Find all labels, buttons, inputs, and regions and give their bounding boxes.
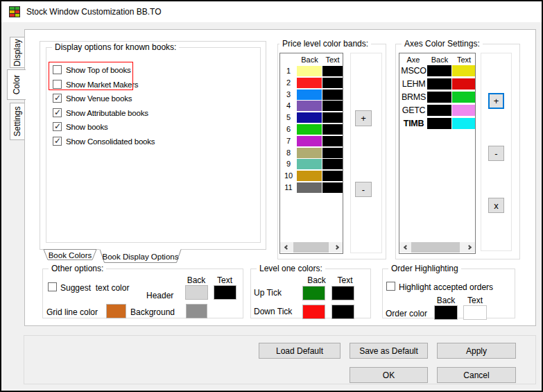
- checkbox[interactable]: [53, 94, 62, 103]
- price-band-row[interactable]: 4: [280, 101, 343, 112]
- load-default-button[interactable]: Load Default: [259, 343, 341, 359]
- price-band-row[interactable]: 11: [280, 182, 343, 194]
- back-color-swatch[interactable]: [427, 65, 451, 76]
- header-label: Header: [146, 291, 173, 300]
- text-color-swatch[interactable]: [322, 66, 343, 76]
- tab-color[interactable]: Color: [7, 69, 26, 100]
- delete-axe-button[interactable]: x: [488, 198, 504, 213]
- text-color-swatch[interactable]: [322, 136, 343, 146]
- back-color-swatch[interactable]: [297, 112, 322, 123]
- text-color-swatch[interactable]: [452, 78, 475, 90]
- ok-button[interactable]: OK: [350, 367, 428, 383]
- scrollbar-track[interactable]: [410, 242, 465, 253]
- text-color-swatch[interactable]: [452, 105, 475, 116]
- cancel-button[interactable]: Cancel: [437, 367, 516, 383]
- header-back-swatch[interactable]: [185, 285, 208, 300]
- back-color-swatch[interactable]: [302, 305, 325, 319]
- axes-table-scrollbar[interactable]: [399, 242, 475, 253]
- axes-row[interactable]: LEHM: [400, 78, 475, 92]
- order-text-swatch[interactable]: [463, 305, 487, 320]
- text-color-swatch[interactable]: [322, 148, 343, 158]
- back-color-swatch[interactable]: [297, 66, 322, 76]
- add-axe-button[interactable]: +: [488, 93, 504, 109]
- checkbox-row[interactable]: Show Attributable books: [53, 108, 254, 123]
- price-band-row[interactable]: 7: [280, 136, 343, 148]
- add-price-band-button[interactable]: +: [355, 110, 372, 126]
- text-color-swatch[interactable]: [322, 112, 343, 123]
- price-band-row[interactable]: 5: [280, 112, 343, 124]
- checkbox[interactable]: [53, 122, 62, 131]
- back-color-swatch[interactable]: [297, 78, 322, 88]
- price-band-row[interactable]: 2: [280, 78, 343, 90]
- text-color-swatch[interactable]: [452, 118, 475, 129]
- back-color-swatch[interactable]: [297, 136, 322, 146]
- back-color-swatch[interactable]: [297, 124, 322, 135]
- axes-row[interactable]: TIMB: [400, 118, 475, 131]
- checkbox-row[interactable]: Show books: [53, 122, 254, 137]
- text-color-swatch[interactable]: [331, 286, 354, 300]
- back-color-swatch[interactable]: [297, 101, 322, 111]
- highlight-accepted-orders-checkbox[interactable]: [386, 282, 395, 291]
- back-color-swatch[interactable]: [427, 105, 451, 116]
- grid-line-color-swatch[interactable]: [106, 304, 126, 318]
- header-text-swatch[interactable]: [214, 285, 236, 300]
- remove-price-band-button[interactable]: -: [355, 182, 372, 197]
- back-color-swatch[interactable]: [297, 148, 322, 158]
- scroll-left-icon[interactable]: [280, 242, 291, 253]
- axes-row[interactable]: BRMS: [400, 92, 475, 105]
- suggest-text-color-checkbox[interactable]: [48, 282, 57, 291]
- display-options-group: Display options for known books: Show To…: [46, 47, 261, 243]
- back-color-swatch[interactable]: [297, 182, 322, 193]
- text-color-swatch[interactable]: [322, 182, 343, 193]
- back-color-swatch[interactable]: [302, 286, 325, 300]
- text-color-swatch[interactable]: [331, 305, 354, 319]
- back-color-swatch[interactable]: [427, 118, 451, 129]
- background-color-swatch[interactable]: [186, 304, 207, 318]
- checkbox[interactable]: [53, 80, 62, 89]
- text-color-swatch[interactable]: [322, 101, 343, 111]
- checkbox-row[interactable]: Show Market Makers: [53, 80, 254, 94]
- price-band-row[interactable]: 1: [280, 66, 343, 78]
- axes-row[interactable]: GETC: [400, 105, 475, 118]
- back-color-swatch[interactable]: [297, 171, 322, 181]
- apply-button[interactable]: Apply: [437, 343, 516, 359]
- scrollbar-thumb[interactable]: [293, 242, 329, 253]
- back-color-swatch[interactable]: [297, 90, 322, 100]
- back-color-swatch[interactable]: [427, 78, 451, 90]
- tab-display[interactable]: Display: [10, 37, 24, 68]
- tab-settings[interactable]: Settings: [10, 103, 24, 140]
- text-color-swatch[interactable]: [322, 171, 343, 181]
- checkbox[interactable]: [53, 108, 62, 117]
- checkbox-row[interactable]: Show Top of books: [53, 65, 254, 80]
- checkbox[interactable]: [53, 65, 62, 74]
- text-color-swatch[interactable]: [452, 65, 475, 76]
- order-back-swatch[interactable]: [434, 305, 458, 320]
- remove-axe-button[interactable]: -: [488, 146, 504, 161]
- scrollbar-thumb[interactable]: [411, 242, 460, 253]
- back-color-swatch[interactable]: [297, 159, 322, 169]
- checkbox[interactable]: [53, 137, 62, 146]
- scroll-left-icon[interactable]: [399, 242, 410, 253]
- tab-book-display-options-label[interactable]: Book Display Options: [103, 253, 179, 261]
- save-as-default-button[interactable]: Save as Default: [350, 343, 428, 359]
- price-band-row[interactable]: 6: [280, 124, 343, 136]
- price-band-number: 6: [280, 124, 297, 135]
- text-color-swatch[interactable]: [452, 92, 475, 103]
- scrollbar-track[interactable]: [291, 242, 332, 253]
- text-color-swatch[interactable]: [322, 124, 343, 135]
- tab-book-colors-label[interactable]: Book Colors: [49, 251, 92, 259]
- price-band-row[interactable]: 3: [280, 90, 343, 101]
- checkbox-row[interactable]: Show Consolidated books: [53, 137, 254, 151]
- back-color-swatch[interactable]: [427, 92, 451, 103]
- axes-row[interactable]: MSCO: [400, 65, 475, 78]
- text-color-swatch[interactable]: [322, 159, 343, 169]
- checkbox-row[interactable]: Show Venue books: [53, 94, 254, 108]
- scroll-right-icon[interactable]: [465, 242, 475, 253]
- price-band-row[interactable]: 8: [280, 148, 343, 160]
- scroll-right-icon[interactable]: [332, 242, 343, 253]
- price-table-scrollbar[interactable]: [280, 242, 343, 253]
- price-band-row[interactable]: 10: [280, 171, 343, 182]
- text-color-swatch[interactable]: [322, 90, 343, 100]
- text-color-swatch[interactable]: [322, 78, 343, 88]
- price-band-row[interactable]: 9: [280, 159, 343, 171]
